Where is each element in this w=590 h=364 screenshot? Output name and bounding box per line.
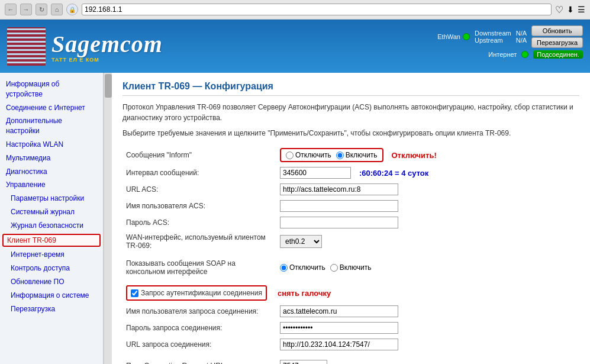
secure-icon: 🔒	[66, 4, 78, 15]
auth-checkbox-group: Запрос аутентификации соединения	[126, 285, 267, 301]
inform-row: Сообщения "Inform" Отключить Включить От…	[122, 146, 579, 165]
ethwan-led	[463, 33, 470, 40]
page-description: Протокол Управления TR-069 позволяет Сер…	[122, 102, 579, 123]
auth-note: снять галочку	[278, 289, 331, 298]
home-button[interactable]: ⌂	[51, 4, 63, 15]
upstream-value: N/A	[516, 37, 527, 44]
soap-disable-radio[interactable]: Отключить	[280, 263, 325, 272]
sidebar-scrollbar[interactable]	[104, 73, 112, 364]
conn-url-label: URL запроса соединения:	[122, 336, 276, 353]
conn-user-input[interactable]	[280, 305, 398, 317]
sidebar-item-access[interactable]: Контроль доступа	[0, 262, 103, 275]
sidebar-item-ntp[interactable]: Интернет-время	[0, 248, 103, 262]
soap-label: Показывать сообщения SOAP на консольном …	[122, 257, 276, 278]
conn-pass-input[interactable]	[280, 322, 398, 334]
sidebar-item-device-info[interactable]: Информация об устройстве	[0, 78, 103, 101]
config-form: Сообщения "Inform" Отключить Включить От…	[122, 146, 579, 364]
separator-row2	[122, 278, 579, 283]
interval-row: Интервал сообщений: :60:60:24 = 4 суток	[122, 165, 579, 181]
port-row: Порт Connection Request URL:	[122, 357, 579, 364]
conn-user-label: Имя пользователя запроса соединения:	[122, 303, 276, 320]
auth-row: Запрос аутентификации соединения снять г…	[122, 283, 579, 303]
conn-pass-label: Пароль запроса соединения:	[122, 320, 276, 336]
inform-label: Сообщения "Inform"	[122, 146, 276, 165]
soap-row: Показывать сообщения SOAP на консольном …	[122, 257, 579, 278]
status-panel: EthWan Downstream Upstream N/A N/A Обнов…	[437, 25, 583, 59]
address-bar[interactable]	[82, 4, 552, 15]
inform-disable-radio[interactable]: Отключить	[286, 151, 331, 159]
username-acs-label: Имя пользователя ACS:	[122, 198, 276, 214]
username-acs-row: Имя пользователя ACS:	[122, 198, 579, 214]
interval-label: Интервал сообщений:	[122, 165, 276, 181]
main-layout: Информация об устройстве Соединение с Ин…	[0, 73, 590, 364]
soap-radio-group: Отключить Включить	[280, 263, 576, 272]
password-acs-input[interactable]	[280, 217, 398, 228]
conn-pass-row: Пароль запроса соединения:	[122, 320, 579, 336]
sidebar-item-sysinfo[interactable]: Информация о системе	[0, 289, 103, 302]
password-acs-row: Пароль ACS:	[122, 214, 579, 231]
interval-input[interactable]	[280, 167, 351, 179]
url-acs-row: URL ACS:	[122, 181, 579, 198]
sidebar-item-tr069[interactable]: Клиент TR-069	[2, 234, 101, 247]
back-button[interactable]: ←	[5, 4, 17, 15]
logo-pattern	[7, 27, 46, 66]
connected-badge: Подсоединен.	[533, 50, 583, 59]
separator-row3	[122, 353, 579, 357]
url-acs-label: URL ACS:	[122, 181, 276, 198]
page-instruction: Выберите требуемые значения и щелкните "…	[122, 129, 579, 137]
sidebar-item-firmware[interactable]: Обновление ПО	[0, 275, 103, 289]
page-header: Sagemcom ТАТТ ЕЛ Е КОМ EthWan Downstream…	[0, 20, 590, 73]
port-label: Порт Connection Request URL:	[122, 357, 276, 364]
logo-text: Sagemcom	[51, 30, 163, 58]
separator-row	[122, 252, 579, 257]
internet-led	[521, 51, 528, 58]
menu-icon[interactable]: ☰	[578, 5, 585, 14]
downstream-label: Downstream	[475, 30, 511, 37]
wan-iface-row: WAN-интерфейс, используемый клиентом TR-…	[122, 231, 579, 252]
sidebar-item-syslog[interactable]: Системный журнал	[0, 205, 103, 219]
sidebar-item-reboot[interactable]: Перезагрузка	[0, 302, 103, 316]
sidebar-item-params[interactable]: Параметры настройки	[0, 192, 103, 205]
page-title: Клиент TR-069 — Конфигурация	[122, 81, 579, 96]
sidebar: Информация об устройстве Соединение с Ин…	[0, 73, 104, 364]
inform-radio-group: Отключить Включить	[280, 148, 383, 162]
conn-url-input[interactable]	[280, 339, 398, 350]
port-input[interactable]	[280, 360, 327, 364]
conn-user-row: Имя пользователя запроса соединения:	[122, 303, 579, 320]
refresh-button[interactable]: ↻	[36, 4, 47, 15]
forward-button[interactable]: →	[20, 4, 32, 15]
auth-checkbox[interactable]	[131, 289, 138, 297]
sidebar-item-internet[interactable]: Соединение с Интернет	[0, 101, 103, 115]
conn-url-row: URL запроса соединения:	[122, 336, 579, 353]
download-icon[interactable]: ⬇	[567, 5, 574, 14]
reboot-button[interactable]: Перезагрузка	[531, 37, 583, 48]
soap-enable-radio[interactable]: Включить	[330, 263, 372, 272]
bookmark-icon[interactable]: ♡	[555, 4, 563, 15]
sidebar-item-multimedia[interactable]: Мультимедиа	[0, 152, 103, 165]
sidebar-item-wlan[interactable]: Настройка WLAN	[0, 138, 103, 152]
content-area: Клиент TR-069 — Конфигурация Протокол Уп…	[112, 73, 590, 364]
wan-iface-select[interactable]: eth0.2 pppoe0 br0	[280, 235, 322, 248]
logo-area: Sagemcom ТАТТ ЕЛ Е КОМ	[7, 27, 163, 66]
wan-iface-label: WAN-интерфейс, используемый клиентом TR-…	[122, 231, 276, 252]
url-acs-input[interactable]	[280, 183, 398, 195]
ethwan-label: EthWan	[437, 33, 460, 40]
internet-label: Интернет	[488, 51, 517, 58]
upstream-label: Upstream	[475, 37, 503, 44]
refresh-button[interactable]: Обновить	[531, 25, 583, 36]
browser-chrome: ← → ↻ ⌂ 🔒 ♡ ⬇ ☰	[0, 0, 590, 20]
password-acs-label: Пароль ACS:	[122, 214, 276, 231]
sidebar-item-management[interactable]: Управление	[0, 178, 103, 192]
downstream-value: N/A	[516, 30, 527, 37]
auth-checkbox-label: Запрос аутентификации соединения	[141, 289, 262, 297]
sidebar-item-diagnostics[interactable]: Диагностика	[0, 165, 103, 179]
username-acs-input[interactable]	[280, 200, 398, 212]
interval-note: :60:60:24 = 4 суток	[359, 169, 428, 178]
inform-enable-radio[interactable]: Включить	[336, 151, 378, 159]
sidebar-item-advanced[interactable]: Дополнительные настройки	[0, 114, 103, 138]
inform-note: Отключить!	[392, 151, 437, 160]
sidebar-item-seclog[interactable]: Журнал безопасности	[0, 219, 103, 233]
